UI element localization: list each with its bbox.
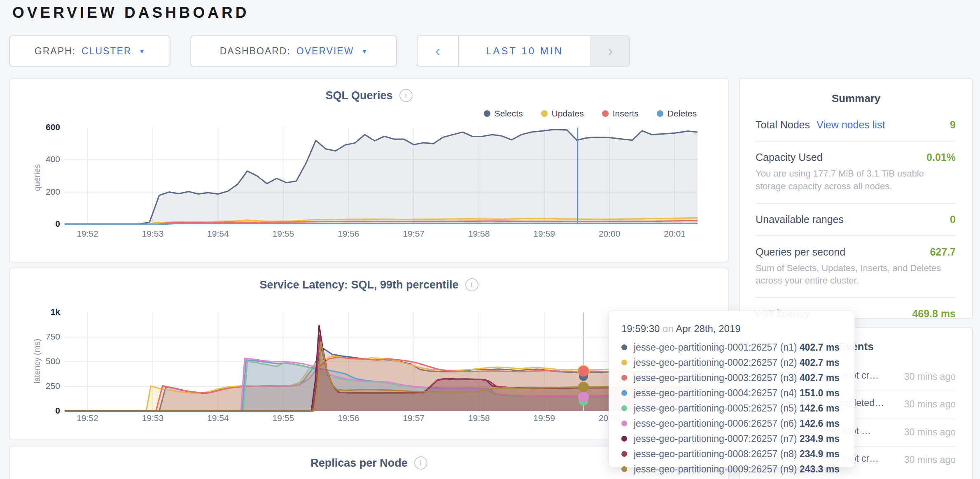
tooltip-node-value: 142.6 ms — [797, 418, 840, 429]
timeframe-next-button[interactable]: › — [590, 36, 629, 66]
legend-item-inserts[interactable]: Inserts — [602, 109, 639, 119]
tooltip-node-value: 234.9 ms — [797, 449, 840, 460]
summary-label: Total Nodes — [756, 119, 810, 131]
series-dot-icon — [621, 466, 627, 472]
tooltip-node-value: 402.7 ms — [797, 372, 840, 384]
tooltip-node-name: jesse-geo-partitioning-0001:26257 (n1) — [634, 342, 797, 353]
tooltip-row: jesse-geo-partitioning-0003:26257 (n3)40… — [621, 372, 840, 384]
y-tick-label: 0 — [23, 219, 60, 229]
x-tick-label: 19:54 — [197, 413, 238, 423]
tooltip-node-name: jesse-geo-partitioning-0007:26257 (n7) — [634, 433, 797, 444]
x-tick-label: 19:52 — [67, 229, 108, 239]
series-dot-icon — [621, 375, 627, 381]
sql-queries-card: SQL Queries i SelectsUpdatesInsertsDelet… — [9, 78, 729, 263]
chevron-left-icon: ‹ — [435, 42, 441, 60]
dashboard-dropdown[interactable]: DASHBOARD: OVERVIEW ▼ — [190, 35, 397, 67]
timeframe-label[interactable]: LAST 10 MIN — [459, 36, 590, 66]
series-dot-icon — [621, 405, 627, 411]
event-time: 30 mins ago — [894, 370, 956, 384]
timeframe-selector: ‹ LAST 10 MIN › — [417, 35, 630, 67]
tooltip-row: jesse-geo-partitioning-0009:26257 (n9)24… — [621, 463, 840, 475]
summary-value: 627.7 — [930, 246, 956, 258]
graph-dropdown[interactable]: GRAPH: CLUSTER ▼ — [9, 35, 170, 67]
info-icon[interactable]: i — [414, 456, 427, 470]
latency-title-row: Service Latency: SQL, 99th percentile i — [10, 268, 728, 291]
legend-label: Updates — [552, 109, 584, 119]
y-tick-label: 400 — [23, 154, 60, 164]
summary-value: 469.8 ms — [912, 308, 956, 320]
chart-hover-tooltip: 19:59:30 on Apr 28th, 2019 jesse-geo-par… — [609, 310, 855, 467]
event-time: 30 mins ago — [894, 426, 956, 439]
x-tick-label: 19:53 — [132, 413, 173, 423]
x-tick-label: 19:55 — [263, 229, 304, 239]
tooltip-node-name: jesse-geo-partitioning-0004:26257 (n4) — [634, 388, 797, 399]
legend-dot-icon — [484, 110, 490, 117]
tooltip-node-value: 402.7 ms — [797, 342, 840, 353]
summary-value: 0 — [950, 214, 956, 226]
sql-queries-title: SQL Queries — [325, 89, 392, 102]
legend-dot-icon — [541, 110, 548, 117]
summary-card: Summary Total NodesView nodes list9Capac… — [739, 78, 973, 319]
series-dot-icon — [621, 436, 627, 442]
tooltip-node-value: 243.3 ms — [797, 464, 840, 475]
y-tick-label: 750 — [23, 332, 60, 342]
tooltip-node-name: jesse-geo-partitioning-0006:26257 (n6) — [634, 418, 797, 429]
legend-label: Selects — [495, 109, 523, 119]
tooltip-node-value: 234.9 ms — [797, 433, 840, 444]
x-tick-label: 19:52 — [67, 413, 108, 423]
tooltip-row: jesse-geo-partitioning-0002:26257 (n2)40… — [621, 356, 840, 369]
chevron-down-icon: ▼ — [361, 48, 367, 55]
latency-plot[interactable] — [65, 312, 698, 411]
summary-divider — [756, 141, 956, 142]
chevron-right-icon: › — [608, 42, 613, 60]
tooltip-row: jesse-geo-partitioning-0004:26257 (n4)15… — [621, 387, 840, 399]
tooltip-separator: on — [663, 323, 674, 334]
summary-divider — [756, 203, 956, 204]
tooltip-node-value: 142.6 ms — [797, 403, 840, 414]
summary-label: Unavailable ranges — [756, 214, 844, 226]
tooltip-node-value: 402.7 ms — [797, 357, 840, 368]
summary-row-left: Queries per second — [756, 246, 845, 258]
graph-dropdown-value: CLUSTER — [82, 46, 131, 57]
chevron-down-icon: ▼ — [139, 48, 145, 55]
info-icon[interactable]: i — [465, 278, 478, 291]
y-tick-label: 500 — [23, 356, 60, 366]
timeframe-prev-button[interactable]: ‹ — [418, 36, 459, 66]
tooltip-row: jesse-geo-partitioning-0001:26257 (n1)40… — [621, 341, 840, 353]
info-icon[interactable]: i — [399, 89, 413, 102]
tooltip-node-name: jesse-geo-partitioning-0009:26257 (n9) — [634, 464, 797, 475]
series-dot-icon — [621, 421, 627, 426]
x-tick-label: 19:59 — [524, 229, 565, 239]
series-dot-icon — [621, 360, 627, 365]
tooltip-node-value: 151.0 ms — [797, 388, 840, 399]
legend-item-deletes[interactable]: Deletes — [657, 109, 697, 119]
summary-row: Unavailable ranges0 — [756, 214, 956, 226]
sql-queries-plot[interactable] — [65, 128, 698, 224]
summary-divider — [756, 297, 956, 298]
x-tick-label: 20:00 — [589, 229, 630, 239]
summary-row: Capacity Used0.01% — [756, 151, 956, 163]
legend-item-updates[interactable]: Updates — [541, 109, 584, 119]
tooltip-time: 19:59:30 — [621, 323, 660, 334]
y-tick-label: 1k — [23, 307, 60, 317]
tooltip-date: Apr 28th, 2019 — [676, 323, 740, 334]
summary-label: Queries per second — [756, 246, 845, 258]
x-tick-label: 19:58 — [458, 229, 499, 239]
replicas-title: Replicas per Node — [310, 457, 408, 470]
tooltip-row: jesse-geo-partitioning-0006:26257 (n6)14… — [621, 417, 840, 430]
tooltip-row: jesse-geo-partitioning-0005:26257 (n5)14… — [621, 402, 840, 414]
dashboard-dropdown-value: OVERVIEW — [296, 46, 354, 57]
legend-dot-icon — [657, 110, 663, 117]
event-time: 30 mins ago — [894, 398, 956, 411]
x-tick-label: 19:59 — [524, 413, 565, 423]
x-tick-label: 19:55 — [263, 413, 304, 423]
x-tick-label: 20:01 — [654, 229, 695, 239]
legend-item-selects[interactable]: Selects — [484, 109, 523, 119]
legend-label: Inserts — [613, 109, 639, 119]
summary-row-left: Capacity Used — [756, 151, 823, 163]
view-nodes-list-link[interactable]: View nodes list — [817, 119, 885, 131]
y-tick-label: 250 — [23, 381, 60, 391]
summary-row: Queries per second627.7 — [756, 246, 956, 258]
latency-title: Service Latency: SQL, 99th percentile — [259, 279, 458, 291]
x-tick-label: 19:56 — [328, 229, 369, 239]
